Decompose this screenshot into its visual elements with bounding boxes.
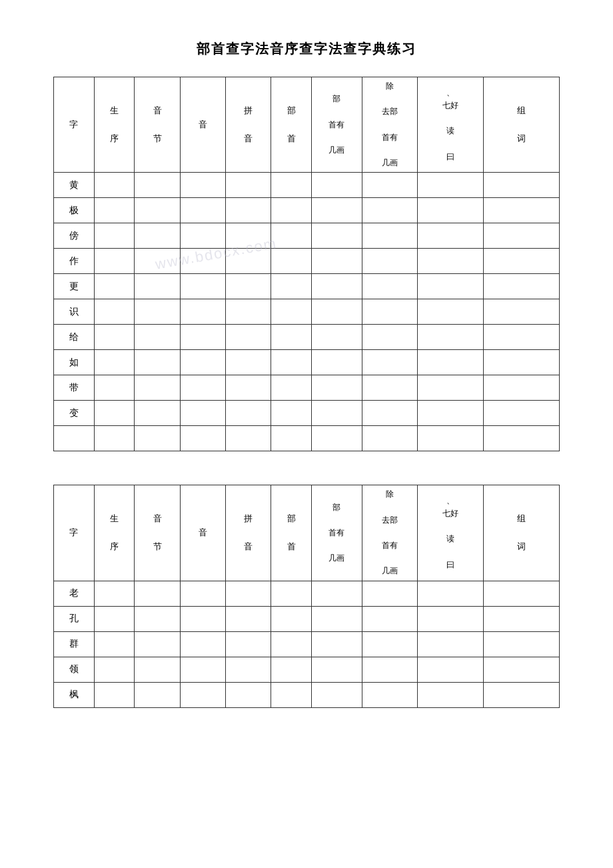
char-dai: 带 xyxy=(54,375,95,401)
char-lao: 老 xyxy=(54,581,95,606)
table-row: 群 xyxy=(54,631,560,657)
table-row: 识 xyxy=(54,299,560,325)
table2: 字 生序 音节 音 xyxy=(53,485,560,707)
char-pang: 傍 xyxy=(54,223,95,249)
header-yin: 音 xyxy=(180,77,225,173)
header2-shengxu: 生序 xyxy=(94,485,135,581)
header-pinyin: 拼音 xyxy=(226,77,271,173)
table-row: 变 xyxy=(54,401,560,426)
char-shi: 识 xyxy=(54,299,95,325)
char-ling: 领 xyxy=(54,657,95,682)
table1-wrapper: www.bdocx.com 字 生序 xyxy=(53,77,560,451)
table-row: 枫 xyxy=(54,682,560,707)
header2-yin: 音 xyxy=(180,485,225,581)
char-feng: 枫 xyxy=(54,682,95,707)
table-row: 如 xyxy=(54,350,560,375)
header2-zuci: 组词 xyxy=(484,485,560,581)
table1-header-row: 字 生序 音节 音 xyxy=(54,77,560,173)
char-zuo: 作 xyxy=(54,249,95,274)
table-row: 傍 xyxy=(54,223,560,249)
char-qun: 群 xyxy=(54,631,95,657)
header-zuci: 组词 xyxy=(484,77,560,173)
table-row: 孔 xyxy=(54,606,560,631)
table1: 字 生序 音节 音 xyxy=(53,77,560,451)
table-row: 更 xyxy=(54,274,560,299)
header2-zi: 字 xyxy=(54,485,95,581)
header2-pinyin: 拼音 xyxy=(226,485,271,581)
header2-bushouyouhua: 部首有几画 xyxy=(312,485,362,581)
char-ji: 极 xyxy=(54,198,95,223)
table-row: 极 xyxy=(54,198,560,223)
table-row: 黄 xyxy=(54,173,560,198)
header2-qihao: 、 七好 读 曰 xyxy=(418,485,484,581)
table2-header-row: 字 生序 音节 音 xyxy=(54,485,560,581)
header2-bushou: 部首 xyxy=(271,485,312,581)
page-title: 部首查字法音序查字法查字典练习 xyxy=(53,40,560,58)
table-row xyxy=(54,426,560,451)
char-gei: 给 xyxy=(54,325,95,350)
char-huang: 黄 xyxy=(54,173,95,198)
header2-yinjie: 音节 xyxy=(135,485,180,581)
table-row: 作 xyxy=(54,249,560,274)
header-chubushou: 除去部首有几画 xyxy=(362,77,417,173)
header-shengxu: 生序 xyxy=(94,77,135,173)
table-row: 老 xyxy=(54,581,560,606)
char-ru: 如 xyxy=(54,350,95,375)
header-yinjie: 音节 xyxy=(135,77,180,173)
table-row: 给 xyxy=(54,325,560,350)
header-bushou: 部首 xyxy=(271,77,312,173)
table2-wrapper: 字 生序 音节 音 xyxy=(53,485,560,707)
char-kong: 孔 xyxy=(54,606,95,631)
header-bushouyouhua: 部首有几画 xyxy=(312,77,362,173)
header2-chubushou: 除去部首有几画 xyxy=(362,485,417,581)
char-geng: 更 xyxy=(54,274,95,299)
char-bian: 变 xyxy=(54,401,95,426)
header-qihao: 、 七好 读 曰 xyxy=(418,77,484,173)
header-zi: 字 xyxy=(54,77,95,173)
table-row: 领 xyxy=(54,657,560,682)
table-row: 带 xyxy=(54,375,560,401)
